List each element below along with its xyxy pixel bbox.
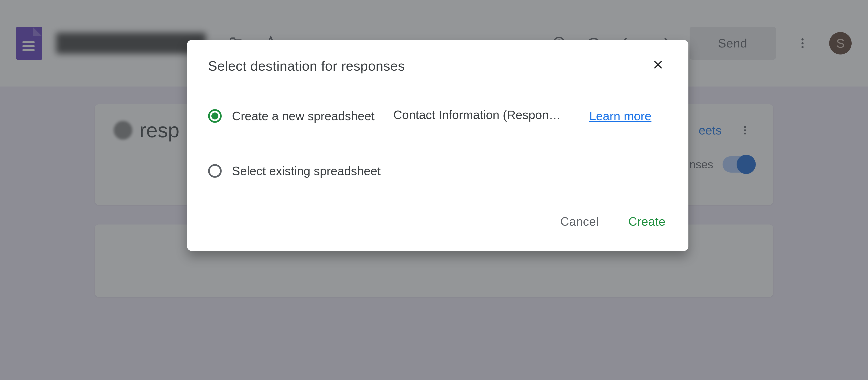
- new-spreadsheet-name-input[interactable]: Contact Information (Respon…: [392, 108, 569, 124]
- radio-select-existing[interactable]: [208, 164, 222, 178]
- cancel-button[interactable]: Cancel: [558, 211, 601, 232]
- option-create-new-label: Create a new spreadsheet: [232, 109, 375, 123]
- learn-more-link[interactable]: Learn more: [589, 109, 651, 123]
- dialog-close-button[interactable]: [649, 56, 668, 75]
- option-create-new[interactable]: Create a new spreadsheet Contact Informa…: [208, 108, 668, 124]
- option-select-existing[interactable]: Select existing spreadsheet: [208, 164, 668, 178]
- select-destination-dialog: Select destination for responses Create …: [187, 40, 688, 251]
- create-button[interactable]: Create: [626, 211, 668, 232]
- dialog-title: Select destination for responses: [208, 58, 405, 74]
- option-select-existing-label: Select existing spreadsheet: [232, 164, 381, 178]
- close-icon: [652, 59, 664, 71]
- radio-create-new[interactable]: [208, 109, 222, 123]
